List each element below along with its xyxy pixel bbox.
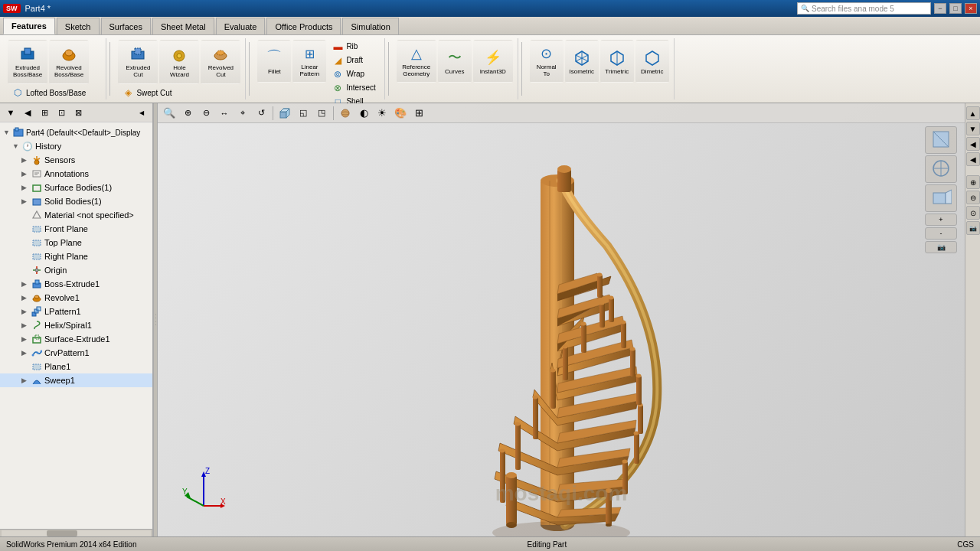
tab-surfaces[interactable]: Surfaces: [101, 18, 151, 34]
coordinate-system: Z X Y: [181, 468, 227, 514]
rib-button[interactable]: ▬ Rib: [328, 40, 379, 53]
cut-large-row: ExtrudedCut HoleWizard RevolvedCut: [118, 40, 240, 84]
swept-cut-button[interactable]: ◈ Swept Cut: [118, 86, 175, 99]
tab-sheet-metal[interactable]: Sheet Metal: [152, 18, 214, 34]
view-orientation-btn3[interactable]: [925, 184, 957, 212]
lofted-boss-button[interactable]: ⬡ Lofted Boss/Base: [8, 86, 90, 99]
restore-button[interactable]: □: [949, 3, 962, 14]
right-panel-btn-8[interactable]: 📷: [966, 221, 980, 235]
view-orientation-btn2[interactable]: [925, 155, 957, 183]
vp-rotate-3d-button[interactable]: ↺: [253, 105, 270, 122]
vp-lighting-button[interactable]: ◐: [355, 105, 372, 122]
right-panel-btn-3[interactable]: ◀: [966, 137, 980, 151]
tree-crv-pattern1[interactable]: ▶ CrvPattern1: [0, 346, 152, 360]
tree-front-plane[interactable]: ▶ Front Plane: [0, 222, 152, 236]
revolved-boss-base-button[interactable]: RevolvedBoss/Base: [49, 40, 89, 84]
tree-solid-bodies[interactable]: ▶ Solid Bodies(1): [0, 194, 152, 208]
fillet-button[interactable]: ⌒ Fillet: [257, 40, 291, 83]
hole-wizard-button[interactable]: HoleWizard: [159, 40, 199, 84]
panel-tool-grid[interactable]: ⊞: [37, 105, 52, 120]
tab-sketch[interactable]: Sketch: [57, 18, 100, 34]
tree-sensors[interactable]: ▶ Sensors: [0, 153, 152, 167]
tree-root[interactable]: ▼ Part4 (Default<<Default>_Display: [0, 126, 152, 139]
search-box[interactable]: 🔍 Search files ana mode 5: [797, 2, 931, 15]
right-panel-btn-1[interactable]: ▲: [966, 106, 980, 120]
svg-rect-23: [33, 171, 41, 177]
vp-zoom-in-button[interactable]: 🔍: [161, 105, 178, 122]
tree-lpattern1-icon: [31, 305, 43, 318]
view-orientation-btn1[interactable]: [925, 126, 957, 154]
draft-button[interactable]: ◢ Draft: [328, 54, 379, 67]
vp-zoom-fit-button[interactable]: ⊕: [179, 105, 196, 122]
vp-view-cube-button[interactable]: [276, 105, 293, 122]
extruded-boss-base-button[interactable]: ExtrudedBoss/Base: [8, 40, 47, 84]
tree-hscroll-thumb[interactable]: [47, 530, 77, 536]
tree-expand-revolve1: ▶: [21, 294, 31, 302]
vp-display-style-button[interactable]: ◱: [295, 105, 312, 122]
view-camera-btn[interactable]: 📷: [925, 241, 957, 253]
tree-hscrollbar[interactable]: [0, 529, 152, 536]
tree-helix-spiral1[interactable]: ▶ Helix/Spiral1: [0, 318, 152, 332]
right-panel-btn-6[interactable]: ⊖: [966, 191, 980, 204]
tree-lpattern1[interactable]: ▶ LPattern1: [0, 305, 152, 318]
left-panel: ▼ ◀ ⊞ ⊡ ⊠ ◀ ▼ Part4 (Default<<Default>_D…: [0, 103, 153, 536]
linear-pattern-button[interactable]: ⊞ LinearPattern: [292, 40, 326, 83]
instant3d-icon: ⚡: [484, 48, 502, 67]
right-panel-btn-2[interactable]: ▼: [966, 122, 980, 135]
normal-to-button[interactable]: ⊙ NormalTo: [530, 40, 564, 83]
panel-tool-close[interactable]: ⊠: [70, 105, 86, 120]
trimetric-button[interactable]: Trimetric: [600, 40, 634, 83]
tree-expand-solid-bodies: ▶: [21, 197, 31, 205]
vp-render-mode-button[interactable]: [337, 105, 354, 122]
tree-revolve1[interactable]: ▶ Revolve1: [0, 291, 152, 305]
svg-rect-26: [33, 185, 41, 191]
lofted-boss-icon: ⬡: [11, 86, 24, 99]
panel-collapse-button[interactable]: ◀: [134, 105, 149, 120]
tree-boss-extrude1[interactable]: ▶ Boss-Extrude1: [0, 277, 152, 291]
vp-color-button[interactable]: 🎨: [392, 105, 409, 122]
tree-top-plane[interactable]: ▶ Top Plane: [0, 236, 152, 249]
wrap-button[interactable]: ⊚ Wrap: [328, 67, 379, 80]
tab-features[interactable]: Features: [3, 18, 55, 34]
vp-pan-button[interactable]: ⌖: [234, 105, 251, 122]
panel-tool-arrow[interactable]: ▼: [3, 105, 18, 120]
dimetric-button[interactable]: Dimetric: [635, 40, 669, 83]
tree-annotations[interactable]: ▶ Annotations: [0, 167, 152, 181]
tree-sweep1[interactable]: ▶ Sweep1: [0, 373, 152, 387]
tree-history[interactable]: ▼ 🕐 History: [0, 139, 152, 153]
panel-tool-back[interactable]: ◀: [20, 105, 35, 120]
tree-right-plane[interactable]: ▶ Right Plane: [0, 249, 152, 263]
right-panel-btn-7[interactable]: ⊙: [966, 206, 980, 220]
svg-rect-93: [506, 475, 517, 525]
vp-rotate-button[interactable]: ↔: [216, 105, 233, 122]
vp-section-button[interactable]: ⊞: [410, 105, 427, 122]
tree-plane1[interactable]: ▶ Plane1: [0, 360, 152, 373]
viewport[interactable]: 🔍 ⊕ ⊖ ↔ ⌖ ↺ ◱ ◳ ◐ ☀ 🎨 ⊞: [158, 103, 965, 536]
view-zoom-in-btn[interactable]: +: [925, 214, 957, 226]
vp-backgrounds-button[interactable]: ☀: [374, 105, 390, 122]
view-zoom-out-btn[interactable]: -: [925, 227, 957, 240]
close-button[interactable]: ×: [965, 3, 977, 14]
tree-surface-bodies[interactable]: ▶ Surface Bodies(1): [0, 181, 152, 194]
right-panel-btn-5[interactable]: ⊕: [966, 175, 980, 189]
isometric-button[interactable]: Isometric: [565, 40, 599, 83]
tab-office-products[interactable]: Office Products: [266, 18, 341, 34]
tree-material[interactable]: ▶ Material <not specified>: [0, 208, 152, 222]
right-panel-btn-4[interactable]: ◀: [966, 152, 980, 166]
tree-origin[interactable]: ▶ Origin: [0, 263, 152, 277]
minimize-button[interactable]: −: [934, 3, 946, 14]
reference-geometry-button[interactable]: △ ReferenceGeometry: [397, 40, 436, 83]
revolved-cut-label: RevolvedCut: [208, 65, 234, 79]
tab-simulation[interactable]: Simulation: [342, 18, 398, 34]
tab-evaluate[interactable]: Evaluate: [216, 18, 266, 34]
curves-button[interactable]: 〜 Curves: [438, 40, 472, 83]
extruded-cut-button[interactable]: ExtrudedCut: [118, 40, 158, 84]
revolved-cut-button[interactable]: RevolvedCut: [201, 40, 240, 84]
vp-display-options-button[interactable]: ◳: [313, 105, 330, 122]
tree-hscroll-track[interactable]: [2, 530, 151, 536]
vp-zoom-out-button[interactable]: ⊖: [198, 105, 214, 122]
intersect-button[interactable]: ⊗ Intersect: [328, 81, 379, 94]
tree-surface-extrude1[interactable]: ▶ Surface-Extrude1: [0, 332, 152, 346]
instant3d-button[interactable]: ⚡ Instant3D: [473, 40, 513, 83]
panel-tool-view[interactable]: ⊡: [54, 105, 69, 120]
